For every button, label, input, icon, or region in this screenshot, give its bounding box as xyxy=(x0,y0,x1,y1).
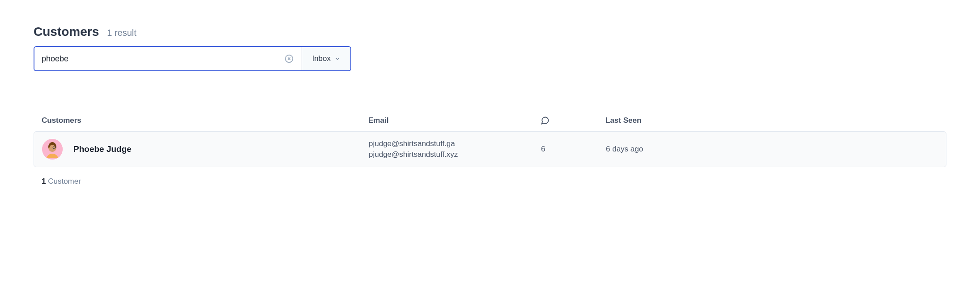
avatar-illustration-icon xyxy=(42,139,63,160)
customer-name: Phoebe Judge xyxy=(73,144,132,154)
scope-dropdown[interactable]: Inbox xyxy=(302,47,350,70)
close-circle-icon xyxy=(284,54,294,64)
search-input-wrap xyxy=(34,47,302,70)
table-footer: 1 Customer xyxy=(34,177,946,186)
col-header-customers: Customers xyxy=(42,116,368,125)
conversation-count: 6 xyxy=(541,145,606,154)
last-seen: 6 days ago xyxy=(606,145,938,154)
email-value: pjudge@shirtsandstuff.ga xyxy=(369,139,541,148)
clear-search-button[interactable] xyxy=(284,53,294,64)
search-input[interactable] xyxy=(42,54,284,64)
page-title: Customers xyxy=(34,25,99,39)
email-cell: pjudge@shirtsandstuff.ga pjudge@shirtsan… xyxy=(369,139,541,159)
search-bar: Inbox xyxy=(34,46,351,71)
col-header-lastseen: Last Seen xyxy=(605,116,938,125)
page-header: Customers 1 result xyxy=(34,25,946,39)
customer-cell: Phoebe Judge xyxy=(42,139,369,160)
chat-bubble-icon xyxy=(541,116,550,125)
result-count: 1 result xyxy=(107,28,136,38)
table-row[interactable]: Phoebe Judge pjudge@shirtsandstuff.ga pj… xyxy=(34,131,946,167)
footer-label: Customer xyxy=(46,177,81,186)
col-header-conversations xyxy=(541,116,605,125)
col-header-email: Email xyxy=(368,116,541,125)
chevron-down-icon xyxy=(334,56,341,62)
table-header-row: Customers Email Last Seen xyxy=(34,116,946,131)
customers-table: Customers Email Last Seen Phoebe Judge xyxy=(34,116,946,167)
email-value: pjudge@shirtsandstuff.xyz xyxy=(369,150,541,159)
dropdown-label: Inbox xyxy=(312,54,331,63)
avatar xyxy=(42,139,63,160)
